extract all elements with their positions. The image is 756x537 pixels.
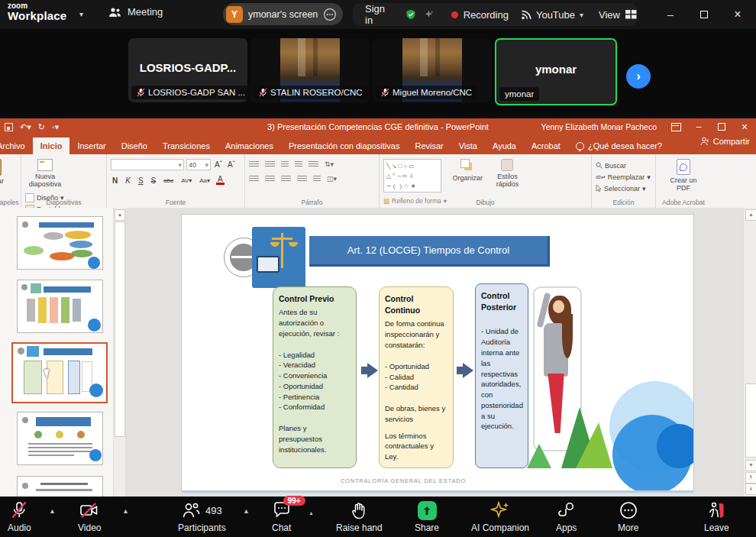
paste-button[interactable]: Pegar bbox=[0, 157, 7, 186]
font-color-button[interactable]: A bbox=[216, 176, 225, 185]
slide-thumbnail-4[interactable] bbox=[17, 412, 103, 465]
increase-indent-button[interactable] bbox=[295, 161, 302, 168]
bold-button[interactable]: N bbox=[111, 176, 119, 185]
align-left-button[interactable] bbox=[249, 176, 259, 183]
scroll-up-button[interactable]: ▲ bbox=[115, 209, 125, 221]
maximize-button[interactable] bbox=[687, 2, 721, 27]
font-name-combo[interactable]: ▾ bbox=[111, 159, 184, 170]
bullets-button[interactable] bbox=[249, 161, 259, 168]
decor bbox=[77, 431, 85, 438]
tab-transiciones[interactable]: Transiciones bbox=[155, 137, 218, 154]
share-button[interactable]: Compartir bbox=[700, 137, 750, 146]
tell-me-search[interactable]: ¿Qué desea hacer? bbox=[568, 137, 670, 154]
align-right-button[interactable] bbox=[281, 176, 291, 183]
clear-formatting-button[interactable]: abc bbox=[162, 177, 175, 184]
select-button[interactable]: Seleccionar▾ bbox=[596, 183, 651, 194]
find-button[interactable]: Buscar bbox=[596, 160, 651, 171]
sign-in-button[interactable]: Sign in bbox=[365, 3, 389, 26]
video-tile-stalin[interactable]: STALIN ROSERO/CNC bbox=[250, 38, 370, 102]
line-spacing-button[interactable] bbox=[309, 161, 318, 168]
tab-presentacion[interactable]: Presentación con diapositivas bbox=[281, 137, 408, 154]
new-slide-button[interactable]: Nueva diapositiva bbox=[25, 157, 65, 189]
arrange-button[interactable]: Organizar bbox=[449, 157, 486, 183]
share-screen-button[interactable]: Share bbox=[415, 501, 439, 533]
recording-indicator[interactable]: Recording bbox=[451, 9, 509, 21]
slide-canvas[interactable]: Art. 12 (LOCGE) Tiempos de Control Contr… bbox=[182, 215, 693, 490]
avatar: Y bbox=[226, 6, 243, 23]
font-size-combo[interactable]: 40▾ bbox=[186, 159, 211, 170]
leave-button[interactable]: Leave bbox=[704, 501, 729, 533]
slide-thumbnail-1[interactable] bbox=[17, 216, 103, 270]
video-options-chevron[interactable]: ▲ bbox=[122, 507, 129, 515]
scrollbar-thumb[interactable] bbox=[745, 383, 756, 458]
view-button[interactable]: View bbox=[599, 9, 637, 21]
ppt-restore-button[interactable] bbox=[710, 118, 733, 135]
tab-ayuda[interactable]: Ayuda bbox=[485, 137, 524, 154]
youtube-stream-button[interactable]: YouTube ▾ bbox=[521, 9, 583, 21]
tab-screen-share[interactable]: Y ymonar's screen bbox=[223, 3, 343, 25]
tab-meeting[interactable]: Meeting bbox=[108, 6, 163, 18]
video-button[interactable]: Video bbox=[78, 501, 101, 533]
ai-companion-button[interactable]: AI Companion bbox=[471, 501, 529, 533]
tab-insertar[interactable]: Insertar bbox=[69, 137, 113, 154]
slide-thumbnail-3-selected[interactable] bbox=[11, 342, 108, 403]
ppt-close-button[interactable]: × bbox=[733, 118, 756, 135]
scroll-up-button[interactable]: ▲ bbox=[745, 209, 756, 221]
quick-styles-button[interactable]: Estilos rápidos bbox=[489, 157, 525, 189]
text-direction-button[interactable]: ⇅▾ bbox=[325, 160, 334, 168]
ribbon-display-options-icon[interactable] bbox=[664, 118, 687, 135]
thumbnail-scrollbar[interactable]: ▲ bbox=[113, 208, 125, 497]
apps-button[interactable]: Apps bbox=[556, 501, 577, 533]
chat-button[interactable]: 99+ Chat bbox=[272, 501, 291, 533]
scrollbar-thumb[interactable] bbox=[115, 222, 125, 437]
chevron-down-icon[interactable]: ▾ bbox=[79, 10, 83, 18]
align-center-button[interactable] bbox=[265, 176, 275, 183]
video-tile-ymonar-active[interactable]: ymonar ymonar bbox=[495, 38, 617, 105]
video-tile-losrios[interactable]: LOSRIOS-GADP... LOSRIOS-GADP SAN ... bbox=[128, 38, 247, 102]
sparkle-icon[interactable] bbox=[425, 8, 434, 21]
more-button[interactable]: More bbox=[618, 501, 638, 533]
ppt-minimize-button[interactable]: – bbox=[687, 118, 710, 135]
video-tile-miguel[interactable]: Miguel Moreno/CNC bbox=[373, 38, 492, 102]
columns-button[interactable] bbox=[313, 176, 321, 183]
italic-button[interactable]: K bbox=[124, 176, 132, 185]
grow-font-button[interactable]: Aˆ bbox=[213, 160, 224, 169]
minimize-button[interactable]: – bbox=[654, 2, 687, 27]
participants-options-chevron[interactable]: ▲ bbox=[243, 507, 250, 515]
character-spacing-button[interactable]: AV▾ bbox=[179, 177, 193, 184]
previous-slide-button[interactable]: ↟ bbox=[745, 472, 756, 484]
tab-animaciones[interactable]: Animaciones bbox=[218, 137, 281, 154]
account-user-name[interactable]: Yenny Elizabeth Monar Pacheco bbox=[541, 122, 657, 131]
strikethrough-button[interactable]: S bbox=[150, 176, 158, 185]
tab-diseno[interactable]: Diseño bbox=[114, 137, 155, 154]
shapes-gallery[interactable]: ╲↘□○▭△⌜¬⇨⇩∼( )☆★ bbox=[383, 159, 441, 192]
audio-button[interactable]: Audio bbox=[8, 501, 31, 533]
slide-thumbnail-2[interactable] bbox=[17, 280, 103, 333]
slide-scrollbar[interactable]: ▲ ▼ ↟ ↡ bbox=[743, 208, 756, 497]
slide-thumbnail-5[interactable] bbox=[17, 476, 103, 497]
ellipsis-circle-icon[interactable] bbox=[323, 8, 337, 21]
justify-button[interactable] bbox=[297, 176, 307, 183]
participants-button[interactable]: 493 Participants bbox=[178, 501, 226, 533]
raise-hand-button[interactable]: Raise hand bbox=[336, 501, 383, 533]
scroll-down-button[interactable]: ▼ bbox=[745, 460, 756, 471]
shield-check-icon[interactable] bbox=[405, 8, 416, 21]
tab-acrobat[interactable]: Acrobat bbox=[524, 137, 568, 154]
tab-archivo[interactable]: Archivo bbox=[0, 137, 33, 154]
tab-inicio[interactable]: Inicio bbox=[33, 137, 70, 154]
decrease-indent-button[interactable] bbox=[281, 161, 289, 168]
next-participants-button[interactable]: › bbox=[626, 64, 651, 89]
change-case-button[interactable]: Aa▾ bbox=[198, 177, 212, 184]
audio-options-chevron[interactable]: ▲ bbox=[49, 507, 56, 515]
shrink-font-button[interactable]: Aˇ bbox=[226, 160, 237, 169]
next-slide-button[interactable]: ↡ bbox=[745, 484, 756, 495]
numbering-button[interactable] bbox=[265, 161, 275, 168]
create-pdf-button[interactable]: Crear un PDF bbox=[660, 157, 707, 193]
tab-vista[interactable]: Vista bbox=[451, 137, 485, 154]
smartart-convert-button[interactable]: ◫▾ bbox=[327, 175, 337, 183]
close-button[interactable]: × bbox=[721, 2, 754, 27]
tab-revisar[interactable]: Revisar bbox=[407, 137, 451, 154]
replace-button[interactable]: ab⇄ Reemplazar▾ bbox=[596, 171, 651, 183]
underline-button[interactable]: S bbox=[137, 176, 145, 185]
chat-options-chevron[interactable]: ▲ bbox=[309, 510, 314, 516]
